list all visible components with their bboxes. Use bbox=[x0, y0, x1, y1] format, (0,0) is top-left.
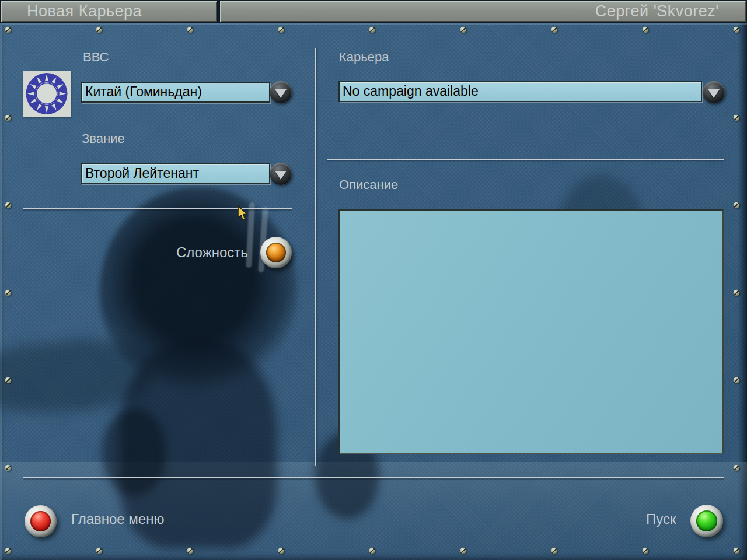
rank-label: Звание bbox=[82, 131, 125, 146]
footer-divider bbox=[23, 477, 724, 478]
new-career-screen: Новая Карьера Сергей 'Skvorez' ВВС bbox=[0, 0, 747, 560]
dropdown-arrow-icon bbox=[275, 89, 287, 98]
rivet bbox=[5, 377, 12, 384]
rivet bbox=[5, 290, 12, 296]
rivet bbox=[187, 548, 194, 554]
rank-dropdown-arrow-button[interactable] bbox=[270, 163, 292, 185]
pilot-name-tab: Сергей 'Skvorez' bbox=[220, 1, 746, 22]
right-section-divider bbox=[327, 159, 724, 160]
rivet bbox=[734, 290, 740, 296]
rivet bbox=[643, 27, 649, 33]
rivet bbox=[460, 548, 467, 554]
airforce-select[interactable]: Китай (Гоминьдан) bbox=[81, 82, 270, 103]
dropdown-arrow-icon bbox=[275, 171, 287, 180]
start-button[interactable] bbox=[690, 505, 723, 537]
rivet bbox=[5, 202, 12, 209]
title-bar: Новая Карьера Сергей 'Skvorez' bbox=[0, 0, 747, 23]
difficulty-button[interactable] bbox=[260, 237, 292, 268]
window-title-tab: Новая Карьера bbox=[1, 1, 217, 22]
dropdown-arrow-icon bbox=[708, 89, 720, 98]
rivet bbox=[369, 548, 376, 554]
rivet bbox=[5, 27, 12, 33]
main-menu-button[interactable] bbox=[25, 505, 57, 537]
description-box bbox=[338, 209, 724, 454]
rivet bbox=[734, 465, 740, 471]
rivet bbox=[5, 548, 12, 554]
rivet bbox=[734, 115, 740, 121]
rivet bbox=[96, 548, 103, 554]
plane-cowling-silhouette bbox=[99, 187, 298, 397]
rivet bbox=[734, 377, 740, 384]
airforce-label: ВВС bbox=[83, 50, 109, 65]
rivet bbox=[369, 27, 376, 33]
rivet bbox=[734, 27, 740, 33]
career-label: Карьера bbox=[339, 50, 389, 65]
difficulty-label: Сложность bbox=[176, 244, 248, 261]
rivet bbox=[278, 548, 285, 554]
rivet bbox=[5, 465, 12, 471]
main-menu-label[interactable]: Главное меню bbox=[71, 511, 164, 527]
rivet bbox=[551, 27, 558, 33]
plane-wing-silhouette bbox=[0, 335, 154, 418]
column-divider bbox=[315, 48, 316, 466]
rivet bbox=[96, 27, 103, 33]
red-lamp-icon bbox=[30, 511, 51, 531]
left-section-divider bbox=[23, 208, 292, 209]
rivet bbox=[278, 27, 285, 33]
airforce-dropdown-arrow-button[interactable] bbox=[270, 81, 292, 103]
green-lamp-icon bbox=[696, 510, 717, 531]
rivet bbox=[460, 27, 467, 33]
kuomintang-flag-icon bbox=[23, 71, 71, 117]
career-select[interactable]: No campaign available bbox=[338, 81, 702, 102]
rivet bbox=[187, 27, 194, 33]
rivet bbox=[734, 548, 740, 554]
mouse-cursor-icon bbox=[237, 205, 249, 222]
rivet bbox=[734, 202, 740, 209]
rivet bbox=[643, 548, 649, 554]
description-label: Описание bbox=[339, 177, 398, 192]
rank-select[interactable]: Второй Лейтенант bbox=[81, 163, 270, 184]
amber-lamp-icon bbox=[266, 243, 286, 262]
start-label[interactable]: Пуск bbox=[646, 511, 676, 527]
career-dropdown-arrow-button[interactable] bbox=[703, 81, 725, 103]
rivet bbox=[5, 115, 12, 121]
plane-wheel-silhouette bbox=[102, 408, 166, 496]
rivet bbox=[551, 548, 558, 554]
